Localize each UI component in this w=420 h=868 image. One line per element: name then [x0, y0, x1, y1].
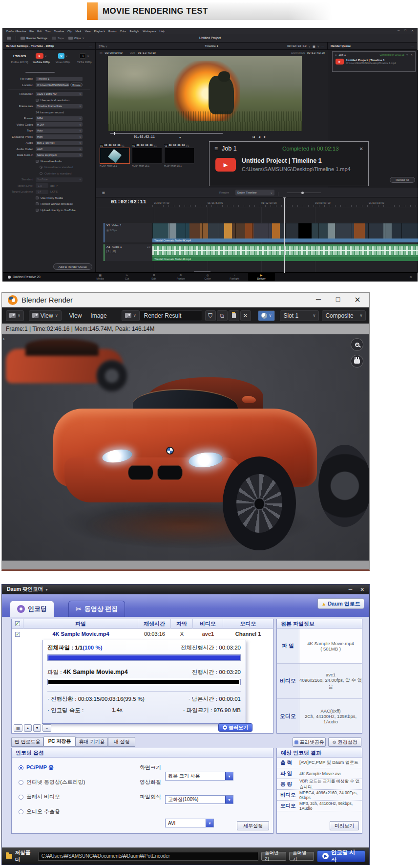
tab-color[interactable]: ◎Color	[194, 273, 221, 281]
render-queue-job-card[interactable]: ≡ Job 1 Completed in 00:02:13 ✎ ✕ ▶ Unti…	[332, 51, 416, 72]
start-encoding-button[interactable]: ▶ 인코딩 시작	[317, 850, 365, 862]
minimize-icon[interactable]: ─	[309, 295, 328, 304]
vertical-resolution-check[interactable]: Use vertical resolution	[3, 97, 95, 104]
tab-mobile[interactable]: 휴대 기기용	[76, 737, 108, 747]
video-track-header[interactable]: V1 Video 1 ▦ 3 Clips	[104, 223, 152, 242]
monitor-icon[interactable]: ▦	[313, 44, 315, 48]
maximize-icon[interactable]: □	[404, 29, 406, 32]
editor-type-select[interactable]: ∨	[6, 310, 24, 321]
render-clip-1[interactable]: 01 00:00:00:00 V1 H.264 High L5.1	[100, 144, 130, 167]
title-menu-icon[interactable]: ▼	[45, 588, 48, 591]
edit-job-icon[interactable]: ✎	[406, 53, 409, 56]
audio-track-header[interactable]: A1 Audio 1 2.0 S M	[104, 244, 152, 261]
close-icon[interactable]: ✕	[360, 586, 364, 592]
close-icon[interactable]: ✕	[411, 29, 414, 32]
preset-youtube[interactable]: ▶∨ YouTube 1080p	[30, 52, 52, 64]
encoding-profile-select[interactable]: High∨	[36, 134, 83, 139]
render-without-timecode-check[interactable]: Render without timecode	[3, 201, 95, 207]
viewer-scrub-bar[interactable]	[110, 133, 223, 134]
load-files-button[interactable]: + 불러오기	[218, 723, 252, 732]
minimize-icon[interactable]: ─	[349, 586, 352, 592]
menu-davinci[interactable]: DaVinci Resolve	[6, 30, 26, 33]
tab-encoding[interactable]: 인코딩	[10, 601, 54, 617]
monitor-icon[interactable]	[7, 37, 11, 40]
tab-deliver[interactable]: ▶Deliver	[248, 273, 275, 281]
menu-edit[interactable]: Edit	[37, 30, 42, 33]
normalize-standard-radio[interactable]: Normalize to standard	[3, 164, 95, 171]
radio-streaming[interactable]: 인터넷 동영상(스트리밍)	[19, 779, 85, 786]
menu-file[interactable]: File	[29, 30, 34, 33]
list-menu-button[interactable]: ≡	[42, 724, 51, 732]
resolution-select[interactable]: 1920 x 1080 HD∨	[36, 92, 83, 96]
stop-button[interactable]: ■	[264, 135, 265, 138]
render-clip-2[interactable]: 02 00:00:00:00 V1 H.264 High L5.1	[132, 144, 162, 167]
timeline-zoom-slider[interactable]	[287, 193, 321, 193]
format-select[interactable]: MP4∨	[36, 116, 83, 121]
normalize-audio-check[interactable]: Normalize Audio	[3, 158, 95, 165]
location-input[interactable]: C:\Users\SAMSUNG\Desktop	[36, 83, 69, 87]
maximize-icon[interactable]: □	[328, 295, 348, 304]
menu-mark[interactable]: Mark	[76, 30, 82, 33]
daum-upload-button[interactable]: ▲ Daum 업로드	[317, 598, 364, 609]
close-icon[interactable]: ✕	[348, 295, 367, 304]
col-audio[interactable]: 오디오	[223, 619, 273, 629]
render-all-button[interactable]: Render All	[390, 177, 415, 183]
mode-select[interactable]: View ∨	[29, 310, 62, 321]
speaker-icon[interactable]: ◄	[179, 136, 181, 139]
tab-fairlight[interactable]: ♪Fairlight	[221, 273, 248, 281]
menu-clip[interactable]: Clip	[67, 30, 72, 33]
col-file[interactable]: 파일	[23, 619, 138, 629]
render-clips-icon[interactable]: ▦	[102, 191, 105, 194]
add-to-render-queue-button[interactable]: Add to Render Queue	[53, 263, 92, 270]
preset-vimeo[interactable]: v∨ Vimeo 1080p	[52, 52, 74, 64]
preset-share-button[interactable]: 프리셋공유	[293, 738, 326, 747]
data-burn-in-select[interactable]: Same as project∨	[36, 153, 83, 157]
pass-select[interactable]: Composite∨	[322, 310, 366, 321]
zoom-tool-button[interactable]	[351, 338, 363, 351]
clips-button[interactable]: Clips ∨	[68, 36, 84, 40]
frame-rate-select[interactable]: Timeline Frame Rate∨	[36, 104, 83, 108]
video-clip[interactable]: Titanfall Cinematic Trailer 4K.mp4	[152, 223, 418, 242]
video-codec-select[interactable]: H.264∨	[36, 122, 83, 127]
radio-audio-extract[interactable]: 오디오 추출용	[19, 808, 60, 815]
display-channels-select[interactable]: ∨	[258, 310, 275, 321]
gear-icon[interactable]: ⚙	[410, 275, 417, 279]
folder-open-icon[interactable]	[229, 310, 239, 321]
menu-fusion[interactable]: Fusion	[108, 30, 117, 33]
solo-button[interactable]: S	[106, 250, 110, 253]
file-format-select[interactable]: AVI▼	[165, 819, 214, 827]
preset-tiktok[interactable]: ♪∨ TikTok 1080p	[74, 52, 95, 64]
menu-workspace[interactable]: Workspace	[143, 30, 156, 33]
menu-timeline[interactable]: Timeline	[54, 30, 64, 33]
pan-tool-button[interactable]	[351, 355, 363, 368]
col-duration[interactable]: 재생시간	[138, 619, 171, 629]
chevron-down-icon[interactable]: ∨	[317, 44, 319, 48]
unlink-icon[interactable]: ✕	[240, 310, 251, 321]
col-video[interactable]: 비디오	[193, 619, 223, 629]
open-folder-button[interactable]: 폴더열기	[289, 852, 314, 861]
more-icon[interactable]: ···	[89, 44, 92, 47]
list-tool-button[interactable]: ▤	[14, 724, 22, 732]
menu-trim[interactable]: Trim	[45, 30, 51, 33]
optimize-standard-radio[interactable]: Optimize to standard	[3, 171, 95, 177]
radio-flash-video[interactable]: 플래시 비디오	[19, 793, 60, 801]
playhead[interactable]	[284, 197, 285, 273]
settings-button[interactable]: ⚙ 환경설정	[328, 738, 361, 747]
more-icon[interactable]: ···	[411, 44, 414, 47]
image-datablock-icon-button[interactable]: ∨	[122, 310, 140, 321]
audio-select[interactable]: Bus 1 (Stereo)∨	[36, 141, 83, 145]
tab-media[interactable]: ▦Media	[87, 273, 114, 281]
col-subtitle[interactable]: 자막	[171, 619, 193, 629]
render-clip-3[interactable]: 03 00:00:00:00 V1 H.264 High L5.1	[164, 144, 194, 167]
menu-color[interactable]: Color	[120, 30, 126, 33]
quality-select[interactable]: 고화질(100%)▼	[165, 795, 233, 804]
drag-handle-icon[interactable]: ≡	[335, 53, 337, 56]
file-name-input[interactable]: Timeline 1	[36, 77, 83, 81]
tab-fusion[interactable]: ⊛Fusion	[168, 273, 194, 281]
menu-image[interactable]: Image	[90, 312, 106, 319]
screen-size-select[interactable]: 원본 크기 사용▼	[165, 772, 233, 781]
chevron-down-icon[interactable]: ∨	[309, 44, 311, 48]
select-all-checkbox[interactable]: ✓	[12, 619, 23, 629]
change-folder-button[interactable]: 폴더변경	[261, 852, 286, 861]
move-up-button[interactable]: ▲	[24, 724, 32, 732]
